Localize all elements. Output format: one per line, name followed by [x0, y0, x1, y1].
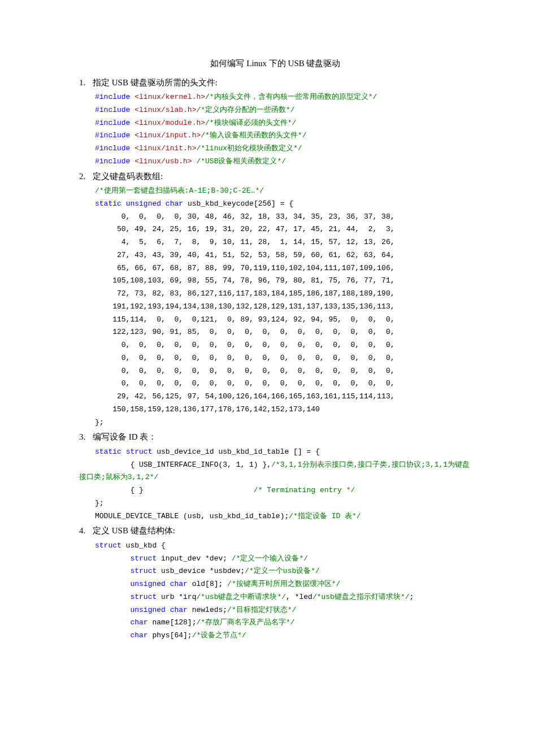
- section-4-heading: 4.定义 USB 键盘结构体:: [79, 524, 472, 538]
- section-3-title: 编写设备 ID 表：: [93, 432, 157, 441]
- section-3-code-b: { } /* Terminating entry */ }; MODULE_DE…: [95, 484, 472, 523]
- section-4-title: 定义 USB 键盘结构体:: [93, 526, 175, 535]
- section-1-num: 1.: [79, 76, 93, 90]
- section-1-title: 指定 USB 键盘驱动所需的头文件:: [93, 78, 218, 87]
- section-4-num: 4.: [79, 524, 93, 538]
- section-4-code: struct usb_kbd { struct input_dev *dev; …: [95, 540, 472, 642]
- section-3-heading: 3.编写设备 ID 表：: [79, 430, 472, 445]
- section-3-code-a: static struct usb_device_id usb_kbd_id_t…: [95, 446, 472, 472]
- section-2-num: 2.: [79, 170, 93, 184]
- section-3-code-wrap: 接口类;鼠标为3,1,2*/: [79, 471, 472, 484]
- section-2-code: /*使用第一套键盘扫描码表:A-1E;B-30;C-2E…*/ static u…: [95, 185, 472, 429]
- section-1-code: #include <linux/kernel.h>/*内核头文件，含有内核一些常…: [95, 91, 472, 168]
- section-2-heading: 2.定义键盘码表数组:: [79, 170, 472, 184]
- page-title: 如何编写 Linux 下的 USB 键盘驱动: [79, 57, 472, 71]
- document-page: 如何编写 Linux 下的 USB 键盘驱动 1.指定 USB 键盘驱动所需的头…: [0, 0, 534, 676]
- section-3-num: 3.: [79, 430, 93, 445]
- section-1-heading: 1.指定 USB 键盘驱动所需的头文件:: [79, 76, 472, 90]
- section-3: 3.编写设备 ID 表： static struct usb_device_id…: [79, 430, 472, 523]
- section-2-title: 定义键盘码表数组:: [93, 172, 163, 181]
- section-4: 4.定义 USB 键盘结构体: struct usb_kbd { struct …: [79, 524, 472, 642]
- section-1: 1.指定 USB 键盘驱动所需的头文件: #include <linux/ker…: [79, 76, 472, 168]
- section-2: 2.定义键盘码表数组: /*使用第一套键盘扫描码表:A-1E;B-30;C-2E…: [79, 170, 472, 429]
